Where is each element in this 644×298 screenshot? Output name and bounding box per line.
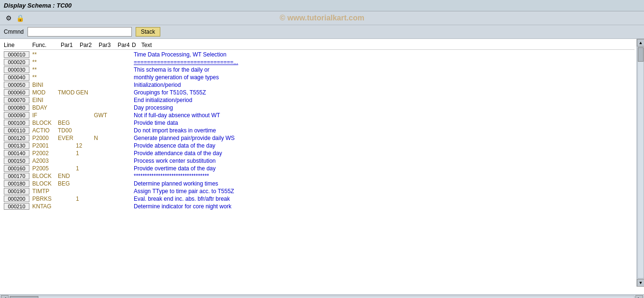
cell-par1: END bbox=[57, 173, 75, 179]
cell-line: 000030 bbox=[4, 66, 29, 73]
cell-line: 000160 bbox=[4, 165, 29, 172]
header-func: Func. bbox=[32, 42, 61, 48]
cell-func: ** bbox=[31, 66, 57, 73]
main-content: Line Func. Par1 Par2 Par3 Par4 D Text 00… bbox=[0, 39, 644, 294]
cell-par3: GWT bbox=[93, 112, 111, 119]
cell-text: Day processing bbox=[133, 104, 635, 111]
cell-line: 000100 bbox=[4, 120, 29, 126]
bottom-scrollbar[interactable]: ◄ ► bbox=[0, 294, 644, 298]
cell-par2: 1 bbox=[75, 196, 93, 202]
table-row[interactable]: 000040 ** monthly generation of wage typ… bbox=[4, 74, 635, 81]
scroll-track[interactable] bbox=[637, 47, 644, 279]
cell-func: P2001 bbox=[31, 142, 57, 149]
header-par4: Par4 bbox=[118, 42, 132, 48]
cell-par1: EVER bbox=[57, 135, 75, 141]
table-row[interactable]: 000200 PBRKS 1 Eval. break end inc. abs.… bbox=[4, 195, 635, 203]
cell-text: End initialization/period bbox=[133, 97, 635, 103]
cell-func: PBRKS bbox=[31, 196, 57, 202]
cell-par1: BEG bbox=[57, 180, 75, 187]
cell-text: Provide absence data of the day bbox=[133, 142, 635, 149]
right-scrollbar[interactable]: ▲ ▼ bbox=[636, 39, 644, 287]
table-row[interactable]: 000030 ** This schema is for the daily o… bbox=[4, 66, 635, 74]
cell-text: Eval. break end inc. abs. bfr/aftr break bbox=[133, 196, 635, 202]
table-row[interactable]: 000100 BLOCK BEG Provide time data bbox=[4, 119, 635, 127]
lock-icon[interactable]: 🔒 bbox=[15, 13, 25, 23]
cell-line: 000010 bbox=[4, 51, 29, 58]
table-row[interactable]: 000060 MOD TMOD GEN Groupings for T510S,… bbox=[4, 89, 635, 96]
cell-line: 000130 bbox=[4, 142, 29, 149]
table-row[interactable]: 000130 P2001 12 Provide absence data of … bbox=[4, 142, 635, 149]
title-bar: Display Schema : TC00 bbox=[0, 0, 644, 11]
cell-line: 000190 bbox=[4, 188, 29, 195]
stack-button[interactable]: Stack bbox=[136, 27, 160, 37]
table-row[interactable]: 000020 ** ==============================… bbox=[4, 58, 635, 66]
header-par3: Par3 bbox=[99, 42, 118, 48]
cell-line: 000170 bbox=[4, 173, 29, 179]
table-row[interactable]: 000090 IF GWT Not if full-day absence wi… bbox=[4, 112, 635, 119]
command-label: Cmmnd bbox=[4, 28, 24, 35]
scroll-down-arrow[interactable]: ▼ bbox=[637, 279, 644, 287]
cell-text: ********************************** bbox=[133, 173, 635, 179]
watermark: © www.tutorialkart.com bbox=[280, 14, 364, 22]
h-scroll-thumb[interactable] bbox=[10, 296, 38, 298]
header-line: Line bbox=[4, 42, 32, 48]
table-row[interactable]: 000070 EINI End initialization/period bbox=[4, 96, 635, 104]
cell-text: Process work center substitution bbox=[133, 158, 635, 164]
cell-par2: 1 bbox=[75, 150, 93, 157]
table-body: 000010 ** Time Data Processing, WT Selec… bbox=[4, 51, 635, 210]
command-bar: Cmmnd Stack bbox=[0, 25, 644, 39]
cell-func: ** bbox=[31, 51, 57, 58]
cell-text: monthly generation of wage types bbox=[133, 74, 635, 81]
table-row[interactable]: 000210 KNTAG Determine indicator for cor… bbox=[4, 203, 635, 210]
table-row[interactable]: 000110 ACTIO TD00 Do not import breaks i… bbox=[4, 127, 635, 134]
cell-par1: TMOD bbox=[57, 89, 75, 96]
table-row[interactable]: 000010 ** Time Data Processing, WT Selec… bbox=[4, 51, 635, 58]
table-row[interactable]: 000190 TIMTP Assign TType to time pair a… bbox=[4, 187, 635, 195]
h-scroll-right-arrow[interactable]: ► bbox=[635, 295, 643, 298]
cell-line: 000150 bbox=[4, 158, 29, 164]
cell-line: 000200 bbox=[4, 196, 29, 202]
table-row[interactable]: 000180 BLOCK BEG Determine planned worki… bbox=[4, 180, 635, 187]
cell-line: 000110 bbox=[4, 127, 29, 134]
cell-func: BLOCK bbox=[31, 120, 57, 126]
table-row[interactable]: 000120 P2000 EVER N Generate planned pai… bbox=[4, 134, 635, 142]
cell-func: ** bbox=[31, 74, 57, 81]
cell-line: 000050 bbox=[4, 82, 29, 88]
cell-line: 000210 bbox=[4, 203, 29, 210]
cell-text: Provide overtime data of the day bbox=[133, 165, 635, 172]
cell-func: A2003 bbox=[31, 158, 57, 164]
header-text: Text bbox=[141, 42, 635, 48]
table-row[interactable]: 000150 A2003 Process work center substit… bbox=[4, 157, 635, 165]
cell-text: Do not import breaks in overtime bbox=[133, 127, 635, 134]
cell-line: 000020 bbox=[4, 59, 29, 65]
h-scroll-track[interactable] bbox=[9, 296, 635, 298]
table-row[interactable]: 000140 P2002 1 Provide attendance data o… bbox=[4, 149, 635, 157]
cell-par2: 1 bbox=[75, 165, 93, 172]
header-par1: Par1 bbox=[61, 42, 80, 48]
cell-func: BINI bbox=[31, 82, 57, 88]
cell-func: BLOCK bbox=[31, 180, 57, 187]
scroll-up-arrow[interactable]: ▲ bbox=[637, 39, 644, 47]
table-row[interactable]: 000050 BINI Initialization/period bbox=[4, 81, 635, 89]
cell-line: 000060 bbox=[4, 89, 29, 96]
settings-icon[interactable]: ⚙ bbox=[4, 13, 13, 23]
cell-text: ==============================... bbox=[133, 59, 635, 65]
table-row[interactable]: 000160 P2005 1 Provide overtime data of … bbox=[4, 165, 635, 172]
cell-text: Groupings for T510S, T555Z bbox=[133, 89, 635, 96]
cell-func: P2002 bbox=[31, 150, 57, 157]
table-row[interactable]: 000080 BDAY Day processing bbox=[4, 104, 635, 112]
cell-func: P2000 bbox=[31, 135, 57, 141]
cell-par1: TD00 bbox=[57, 127, 75, 134]
scroll-thumb[interactable] bbox=[638, 47, 644, 62]
cell-func: IF bbox=[31, 112, 57, 119]
h-scroll-left-arrow[interactable]: ◄ bbox=[1, 295, 9, 298]
cell-line: 000120 bbox=[4, 135, 29, 141]
cell-text: Time Data Processing, WT Selection bbox=[133, 51, 635, 58]
cell-line: 000080 bbox=[4, 104, 29, 111]
cell-text: Not if full-day absence without WT bbox=[133, 112, 635, 119]
cell-line: 000180 bbox=[4, 180, 29, 187]
table-row[interactable]: 000170 BLOCK END ***********************… bbox=[4, 172, 635, 180]
cell-text: Provide attendance data of the day bbox=[133, 150, 635, 157]
cell-par1: BEG bbox=[57, 120, 75, 126]
command-input[interactable] bbox=[28, 27, 132, 37]
